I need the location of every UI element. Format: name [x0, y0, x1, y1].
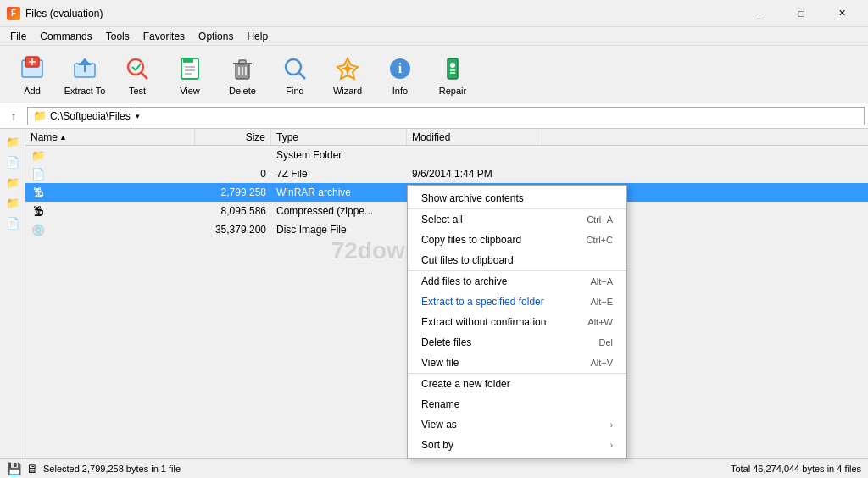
ctx-show-archive-label: Show archive contents	[421, 192, 524, 204]
ctx-extract-no-confirm-label: Extract without confirmation	[421, 316, 546, 328]
file-type-cell: Compressed (zippe...	[271, 205, 407, 217]
info-button[interactable]: i Info	[375, 50, 426, 99]
test-label: Test	[129, 86, 146, 96]
folder-icon: 📁	[31, 147, 46, 163]
ctx-new-folder-label: Create a new folder	[421, 378, 510, 390]
file-type-cell: 7Z File	[271, 168, 407, 180]
ctx-view-as-arrow: ›	[610, 420, 613, 430]
table-row[interactable]: 📁 System Folder	[25, 146, 868, 164]
menu-help[interactable]: Help	[240, 29, 275, 44]
sidebar-item-1: 📁	[3, 132, 22, 151]
svg-line-8	[141, 72, 147, 79]
wizard-label: Wizard	[333, 86, 362, 96]
svg-line-10	[136, 64, 141, 70]
menu-commands[interactable]: Commands	[33, 29, 98, 44]
file-list-header: Name ▲ Size Type Modified	[25, 129, 868, 146]
ctx-sort-by[interactable]: Sort by ›	[408, 435, 626, 455]
context-menu: Show archive contents Select all Ctrl+A …	[407, 185, 627, 459]
svg-line-25	[298, 72, 305, 79]
repair-button[interactable]: Repair	[427, 50, 478, 99]
info-label: Info	[392, 86, 408, 96]
disc-icon: 💿	[31, 222, 46, 237]
menu-tools[interactable]: Tools	[99, 29, 136, 44]
ctx-new-folder[interactable]: Create a new folder	[408, 373, 626, 394]
minimize-button[interactable]: ─	[741, 0, 780, 27]
ctx-select-all-label: Select all	[421, 214, 463, 225]
extract-to-button[interactable]: Extract To	[59, 50, 110, 99]
status-total: Total 46,274,044 bytes in 4 files	[731, 464, 861, 474]
app-icon: F	[7, 7, 20, 20]
svg-text:i: i	[398, 61, 403, 75]
file-name-cell: 🗜	[25, 203, 195, 219]
title-bar: F Files (evaluation) ─ □ ✕	[0, 0, 868, 27]
column-modified[interactable]: Modified	[407, 129, 542, 145]
ctx-delete-files[interactable]: Delete files Del	[408, 332, 626, 353]
file-name-cell: 🗜	[25, 185, 195, 200]
file-size-cell: 0	[195, 168, 271, 180]
wizard-button[interactable]: Wizard	[322, 50, 373, 99]
view-label: View	[180, 86, 200, 96]
column-size[interactable]: Size	[195, 129, 271, 145]
ctx-cut-clipboard[interactable]: Cut files to clipboard	[408, 250, 626, 270]
file-size-cell: 8,095,586	[195, 205, 271, 217]
address-dropdown-button[interactable]: ▾	[131, 107, 144, 125]
svg-rect-30	[448, 58, 458, 79]
view-button[interactable]: View	[164, 50, 215, 99]
table-row[interactable]: 📄 0 7Z File 9/6/2014 1:44 PM	[25, 164, 868, 183]
file-icon: 📄	[31, 166, 46, 181]
menu-favorites[interactable]: Favorites	[136, 29, 192, 44]
zip-icon: 🗜	[31, 203, 46, 219]
find-button[interactable]: Find	[270, 50, 320, 99]
column-type[interactable]: Type	[271, 129, 407, 145]
repair-icon	[437, 53, 468, 84]
address-path: C:\Softpedia\Files	[50, 110, 131, 122]
menu-options[interactable]: Options	[192, 29, 240, 44]
column-name[interactable]: Name ▲	[25, 129, 195, 145]
maximize-button[interactable]: □	[782, 0, 821, 27]
status-bar: 💾 🖥 Selected 2,799,258 bytes in 1 file T…	[0, 458, 868, 478]
wizard-icon	[332, 53, 363, 84]
file-date-cell: 9/6/2014 1:44 PM	[407, 168, 542, 180]
svg-point-31	[450, 63, 455, 68]
repair-label: Repair	[439, 86, 466, 96]
find-icon	[280, 53, 310, 84]
ctx-add-archive-label: Add files to archive	[421, 275, 507, 287]
ctx-copy-clipboard[interactable]: Copy files to clipboard Ctrl+C	[408, 230, 626, 250]
ctx-sort-by-arrow: ›	[610, 441, 613, 450]
test-button[interactable]: Test	[112, 50, 163, 99]
toolbar: Add Extract To Test	[0, 46, 868, 103]
status-selected: Selected 2,799,258 bytes in 1 file	[43, 464, 181, 474]
file-size-cell: 2,799,258	[195, 186, 271, 198]
ctx-view-as[interactable]: View as ›	[408, 414, 626, 435]
add-button[interactable]: Add	[7, 50, 58, 99]
ctx-extract-no-confirm[interactable]: Extract without confirmation Alt+W	[408, 312, 626, 332]
svg-rect-12	[183, 58, 186, 63]
navigate-up-button[interactable]: ↑	[3, 106, 24, 126]
folder-icon: 📁	[33, 109, 47, 122]
file-size-cell: 35,379,200	[195, 224, 271, 236]
ctx-copy-label: Copy files to clipboard	[421, 234, 521, 246]
sidebar-item-3: 📁	[3, 173, 22, 192]
info-icon: i	[385, 53, 415, 84]
ctx-extract-folder[interactable]: Extract to a specified folder Alt+E	[408, 292, 626, 312]
window-controls: ─ □ ✕	[741, 0, 861, 27]
archive-icon: 🗜	[31, 185, 46, 200]
close-button[interactable]: ✕	[822, 0, 861, 27]
ctx-delete-label: Delete files	[421, 336, 471, 348]
ctx-rename[interactable]: Rename	[408, 394, 626, 414]
menu-bar: File Commands Tools Favorites Options He…	[0, 27, 868, 46]
ctx-view-file[interactable]: View file Alt+V	[408, 353, 626, 373]
add-icon	[17, 53, 47, 84]
ctx-view-as-label: View as	[421, 419, 457, 431]
ctx-select-all[interactable]: Select all Ctrl+A	[408, 208, 626, 230]
menu-file[interactable]: File	[3, 29, 33, 44]
address-bar: ↑ 📁 C:\Softpedia\Files ▾	[0, 103, 868, 129]
window-title: Files (evaluation)	[25, 8, 741, 19]
delete-button[interactable]: Delete	[217, 50, 268, 99]
ctx-show-archive[interactable]: Show archive contents	[408, 188, 626, 208]
ctx-view-label: View file	[421, 357, 459, 369]
ctx-extract-folder-label: Extract to a specified folder	[421, 296, 544, 308]
view-icon	[175, 53, 205, 84]
address-input[interactable]: 📁 C:\Softpedia\Files ▾	[27, 107, 865, 125]
ctx-add-archive[interactable]: Add files to archive Alt+A	[408, 270, 626, 292]
